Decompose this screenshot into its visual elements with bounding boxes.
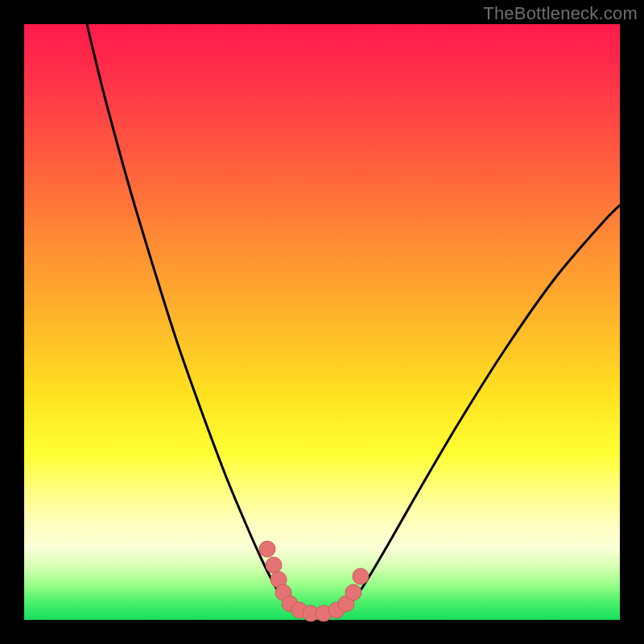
curve-dot [259,541,275,557]
curve-dot [345,584,361,601]
bottleneck-curve [87,24,620,615]
chart-frame: TheBottleneck.com [0,0,644,644]
curve-dot [266,557,282,573]
plot-area [24,24,620,620]
watermark-text: TheBottleneck.com [483,3,638,24]
curve-dot [353,568,369,584]
curve-svg [24,24,620,620]
curve-dots [259,541,369,621]
